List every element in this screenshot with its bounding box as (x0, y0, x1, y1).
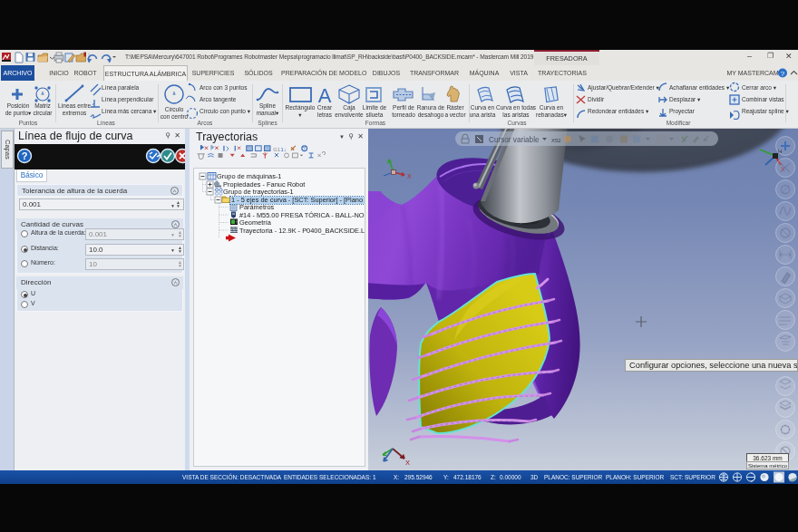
svg-text:X: X (407, 173, 412, 179)
svg-text:?: ? (22, 150, 28, 161)
svg-text:?: ? (303, 147, 306, 151)
svg-text:X52: X52 (551, 138, 561, 143)
svg-text:?: ? (781, 70, 785, 78)
svg-text:Cursor variable: Cursor variable (489, 136, 540, 144)
svg-text:G1: G1 (273, 147, 280, 152)
svg-text:1↓: 1↓ (280, 147, 286, 152)
svg-text:X: X (405, 459, 410, 467)
